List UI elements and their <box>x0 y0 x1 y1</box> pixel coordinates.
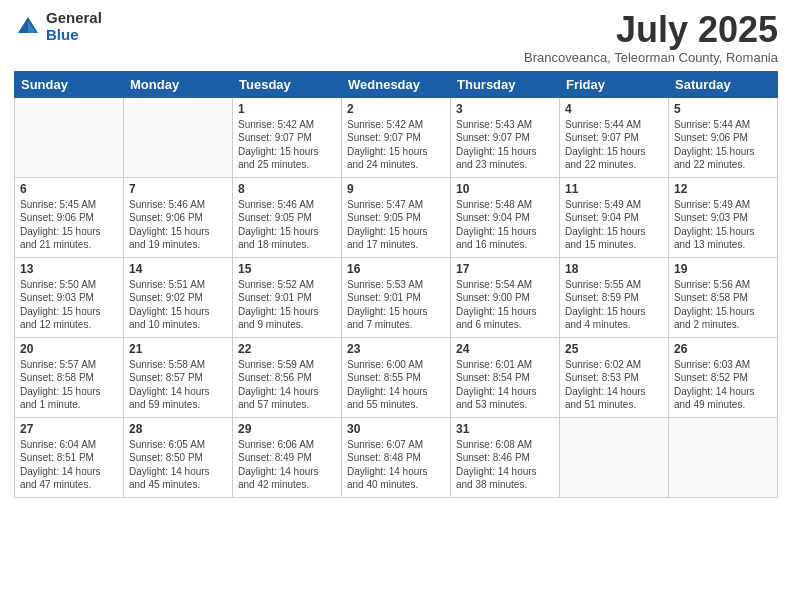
day-detail: Sunrise: 5:45 AM Sunset: 9:06 PM Dayligh… <box>20 198 118 252</box>
day-number: 29 <box>238 422 336 436</box>
day-detail: Sunrise: 6:00 AM Sunset: 8:55 PM Dayligh… <box>347 358 445 412</box>
day-detail: Sunrise: 6:02 AM Sunset: 8:53 PM Dayligh… <box>565 358 663 412</box>
logo-general: General <box>46 10 102 27</box>
calendar-cell: 12Sunrise: 5:49 AM Sunset: 9:03 PM Dayli… <box>669 177 778 257</box>
day-number: 2 <box>347 102 445 116</box>
calendar-cell: 24Sunrise: 6:01 AM Sunset: 8:54 PM Dayli… <box>451 337 560 417</box>
calendar-cell: 13Sunrise: 5:50 AM Sunset: 9:03 PM Dayli… <box>15 257 124 337</box>
day-detail: Sunrise: 5:46 AM Sunset: 9:05 PM Dayligh… <box>238 198 336 252</box>
day-number: 8 <box>238 182 336 196</box>
day-detail: Sunrise: 5:52 AM Sunset: 9:01 PM Dayligh… <box>238 278 336 332</box>
calendar-cell: 7Sunrise: 5:46 AM Sunset: 9:06 PM Daylig… <box>124 177 233 257</box>
calendar-cell: 17Sunrise: 5:54 AM Sunset: 9:00 PM Dayli… <box>451 257 560 337</box>
day-number: 10 <box>456 182 554 196</box>
day-number: 4 <box>565 102 663 116</box>
weekday-header-tuesday: Tuesday <box>233 71 342 97</box>
calendar-cell: 23Sunrise: 6:00 AM Sunset: 8:55 PM Dayli… <box>342 337 451 417</box>
logo-icon <box>14 13 42 41</box>
day-detail: Sunrise: 5:51 AM Sunset: 9:02 PM Dayligh… <box>129 278 227 332</box>
calendar-cell: 30Sunrise: 6:07 AM Sunset: 8:48 PM Dayli… <box>342 417 451 497</box>
calendar-cell <box>669 417 778 497</box>
calendar-cell <box>15 97 124 177</box>
calendar-header-row: SundayMondayTuesdayWednesdayThursdayFrid… <box>15 71 778 97</box>
calendar-cell <box>124 97 233 177</box>
day-number: 18 <box>565 262 663 276</box>
day-number: 15 <box>238 262 336 276</box>
day-number: 17 <box>456 262 554 276</box>
day-detail: Sunrise: 5:49 AM Sunset: 9:04 PM Dayligh… <box>565 198 663 252</box>
day-number: 14 <box>129 262 227 276</box>
title-block: July 2025 Brancoveanca, Teleorman County… <box>524 10 778 65</box>
calendar-week-2: 6Sunrise: 5:45 AM Sunset: 9:06 PM Daylig… <box>15 177 778 257</box>
day-number: 16 <box>347 262 445 276</box>
calendar-cell: 31Sunrise: 6:08 AM Sunset: 8:46 PM Dayli… <box>451 417 560 497</box>
day-number: 19 <box>674 262 772 276</box>
weekday-header-sunday: Sunday <box>15 71 124 97</box>
calendar-cell: 14Sunrise: 5:51 AM Sunset: 9:02 PM Dayli… <box>124 257 233 337</box>
calendar-cell: 27Sunrise: 6:04 AM Sunset: 8:51 PM Dayli… <box>15 417 124 497</box>
calendar-week-4: 20Sunrise: 5:57 AM Sunset: 8:58 PM Dayli… <box>15 337 778 417</box>
day-number: 22 <box>238 342 336 356</box>
day-detail: Sunrise: 5:50 AM Sunset: 9:03 PM Dayligh… <box>20 278 118 332</box>
day-detail: Sunrise: 6:07 AM Sunset: 8:48 PM Dayligh… <box>347 438 445 492</box>
day-detail: Sunrise: 6:01 AM Sunset: 8:54 PM Dayligh… <box>456 358 554 412</box>
weekday-header-wednesday: Wednesday <box>342 71 451 97</box>
day-number: 31 <box>456 422 554 436</box>
calendar-week-1: 1Sunrise: 5:42 AM Sunset: 9:07 PM Daylig… <box>15 97 778 177</box>
day-number: 9 <box>347 182 445 196</box>
logo-text: General Blue <box>46 10 102 43</box>
day-number: 23 <box>347 342 445 356</box>
day-detail: Sunrise: 5:53 AM Sunset: 9:01 PM Dayligh… <box>347 278 445 332</box>
calendar-cell: 3Sunrise: 5:43 AM Sunset: 9:07 PM Daylig… <box>451 97 560 177</box>
logo-blue: Blue <box>46 27 102 44</box>
day-number: 24 <box>456 342 554 356</box>
day-detail: Sunrise: 5:46 AM Sunset: 9:06 PM Dayligh… <box>129 198 227 252</box>
page-header: General Blue July 2025 Brancoveanca, Tel… <box>14 10 778 65</box>
calendar-cell: 25Sunrise: 6:02 AM Sunset: 8:53 PM Dayli… <box>560 337 669 417</box>
calendar-cell: 5Sunrise: 5:44 AM Sunset: 9:06 PM Daylig… <box>669 97 778 177</box>
calendar-cell: 4Sunrise: 5:44 AM Sunset: 9:07 PM Daylig… <box>560 97 669 177</box>
calendar-cell: 20Sunrise: 5:57 AM Sunset: 8:58 PM Dayli… <box>15 337 124 417</box>
weekday-header-friday: Friday <box>560 71 669 97</box>
day-number: 20 <box>20 342 118 356</box>
calendar-cell: 9Sunrise: 5:47 AM Sunset: 9:05 PM Daylig… <box>342 177 451 257</box>
day-number: 21 <box>129 342 227 356</box>
day-detail: Sunrise: 5:59 AM Sunset: 8:56 PM Dayligh… <box>238 358 336 412</box>
calendar-cell: 2Sunrise: 5:42 AM Sunset: 9:07 PM Daylig… <box>342 97 451 177</box>
day-number: 7 <box>129 182 227 196</box>
day-detail: Sunrise: 5:43 AM Sunset: 9:07 PM Dayligh… <box>456 118 554 172</box>
day-detail: Sunrise: 5:56 AM Sunset: 8:58 PM Dayligh… <box>674 278 772 332</box>
day-number: 11 <box>565 182 663 196</box>
day-number: 13 <box>20 262 118 276</box>
logo: General Blue <box>14 10 102 43</box>
day-number: 30 <box>347 422 445 436</box>
day-number: 28 <box>129 422 227 436</box>
day-detail: Sunrise: 6:06 AM Sunset: 8:49 PM Dayligh… <box>238 438 336 492</box>
calendar-cell: 28Sunrise: 6:05 AM Sunset: 8:50 PM Dayli… <box>124 417 233 497</box>
weekday-header-thursday: Thursday <box>451 71 560 97</box>
day-detail: Sunrise: 6:05 AM Sunset: 8:50 PM Dayligh… <box>129 438 227 492</box>
calendar-cell: 10Sunrise: 5:48 AM Sunset: 9:04 PM Dayli… <box>451 177 560 257</box>
month-title: July 2025 <box>524 10 778 50</box>
day-number: 5 <box>674 102 772 116</box>
day-detail: Sunrise: 5:57 AM Sunset: 8:58 PM Dayligh… <box>20 358 118 412</box>
calendar-cell: 16Sunrise: 5:53 AM Sunset: 9:01 PM Dayli… <box>342 257 451 337</box>
day-detail: Sunrise: 5:48 AM Sunset: 9:04 PM Dayligh… <box>456 198 554 252</box>
day-detail: Sunrise: 6:08 AM Sunset: 8:46 PM Dayligh… <box>456 438 554 492</box>
day-detail: Sunrise: 5:42 AM Sunset: 9:07 PM Dayligh… <box>238 118 336 172</box>
day-detail: Sunrise: 5:55 AM Sunset: 8:59 PM Dayligh… <box>565 278 663 332</box>
day-detail: Sunrise: 5:58 AM Sunset: 8:57 PM Dayligh… <box>129 358 227 412</box>
day-detail: Sunrise: 6:04 AM Sunset: 8:51 PM Dayligh… <box>20 438 118 492</box>
calendar-week-3: 13Sunrise: 5:50 AM Sunset: 9:03 PM Dayli… <box>15 257 778 337</box>
day-detail: Sunrise: 6:03 AM Sunset: 8:52 PM Dayligh… <box>674 358 772 412</box>
calendar-cell: 26Sunrise: 6:03 AM Sunset: 8:52 PM Dayli… <box>669 337 778 417</box>
day-number: 1 <box>238 102 336 116</box>
location: Brancoveanca, Teleorman County, Romania <box>524 50 778 65</box>
day-number: 25 <box>565 342 663 356</box>
calendar-week-5: 27Sunrise: 6:04 AM Sunset: 8:51 PM Dayli… <box>15 417 778 497</box>
weekday-header-saturday: Saturday <box>669 71 778 97</box>
calendar-cell <box>560 417 669 497</box>
day-number: 3 <box>456 102 554 116</box>
day-detail: Sunrise: 5:44 AM Sunset: 9:07 PM Dayligh… <box>565 118 663 172</box>
day-detail: Sunrise: 5:42 AM Sunset: 9:07 PM Dayligh… <box>347 118 445 172</box>
